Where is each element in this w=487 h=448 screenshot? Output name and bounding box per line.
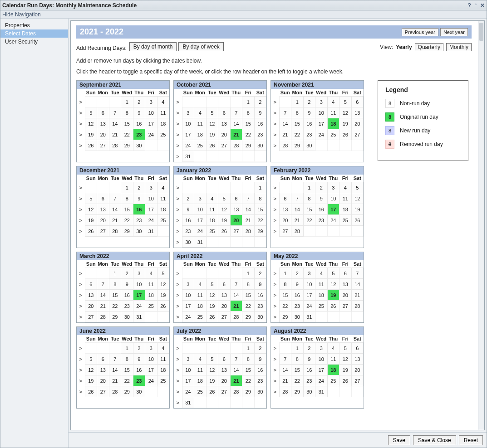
day-cell[interactable]: 9 xyxy=(291,279,304,290)
day-cell[interactable]: 26 xyxy=(351,215,364,226)
day-cell[interactable]: 2 xyxy=(303,343,315,354)
day-cell[interactable]: 28 xyxy=(97,312,109,322)
dow-header-thu[interactable]: Thu xyxy=(327,335,339,343)
day-cell[interactable]: 10 xyxy=(315,107,328,118)
week-row-toggle[interactable]: > xyxy=(174,312,182,322)
day-cell[interactable]: 15 xyxy=(279,290,291,301)
day-cell[interactable]: 19 xyxy=(85,215,97,226)
day-cell[interactable]: 24 xyxy=(315,375,328,386)
week-row-toggle[interactable]: > xyxy=(77,193,85,204)
day-cell[interactable]: 20 xyxy=(97,215,109,226)
day-cell[interactable]: 25 xyxy=(194,140,207,151)
day-cell[interactable]: 21 xyxy=(279,129,291,140)
day-cell[interactable]: 29 xyxy=(254,226,266,237)
day-cell[interactable]: 24 xyxy=(182,312,194,322)
dow-header-sun[interactable]: Sun xyxy=(279,260,291,268)
day-cell[interactable]: 10 xyxy=(315,354,328,365)
day-cell[interactable]: 13 xyxy=(230,204,242,215)
day-cell[interactable]: 9 xyxy=(254,107,266,118)
day-cell[interactable]: 5 xyxy=(206,107,218,118)
week-row-toggle[interactable]: > xyxy=(271,140,279,151)
day-cell[interactable]: 22 xyxy=(242,301,255,312)
day-cell[interactable]: 11 xyxy=(327,354,339,365)
day-cell[interactable]: 19 xyxy=(339,365,352,375)
day-cell[interactable]: 17 xyxy=(315,118,328,129)
day-cell[interactable]: 31 xyxy=(315,386,328,397)
day-cell[interactable]: 4 xyxy=(194,107,207,118)
day-cell[interactable]: 23 xyxy=(133,215,145,226)
dow-header-mon[interactable]: Mon xyxy=(194,260,207,268)
dow-header-tue[interactable]: Tue xyxy=(206,89,218,97)
dow-header-wed[interactable]: Wed xyxy=(218,335,231,343)
day-cell[interactable]: 13 xyxy=(97,204,109,215)
week-row-toggle[interactable]: > xyxy=(174,193,182,204)
day-cell[interactable]: 7 xyxy=(351,268,364,279)
day-cell[interactable]: 22 xyxy=(291,129,304,140)
day-cell[interactable]: 22 xyxy=(291,375,304,386)
week-row-toggle[interactable]: > xyxy=(77,365,85,375)
week-row-toggle[interactable]: > xyxy=(77,226,85,237)
day-cell[interactable]: 12 xyxy=(206,365,218,375)
day-cell[interactable]: 30 xyxy=(254,386,266,397)
week-row-toggle[interactable]: > xyxy=(271,226,279,237)
day-cell[interactable]: 26 xyxy=(327,301,339,312)
day-cell[interactable]: 4 xyxy=(327,343,339,354)
day-cell[interactable]: 5 xyxy=(206,354,218,365)
day-cell[interactable]: 5 xyxy=(85,193,97,204)
day-cell[interactable]: 15 xyxy=(291,365,304,375)
day-cell[interactable]: 6 xyxy=(218,279,231,290)
dow-header-fri[interactable]: Fri xyxy=(145,260,157,268)
day-cell[interactable]: 4 xyxy=(315,268,328,279)
week-row-toggle[interactable]: > xyxy=(77,140,85,151)
day-cell[interactable]: 13 xyxy=(97,118,109,129)
day-cell[interactable]: 9 xyxy=(182,204,194,215)
day-cell[interactable]: 26 xyxy=(85,226,97,237)
day-cell[interactable]: 25 xyxy=(145,301,157,312)
week-row-toggle[interactable]: > xyxy=(271,129,279,140)
day-cell[interactable]: 26 xyxy=(157,301,169,312)
dow-header-thu[interactable]: Thu xyxy=(133,335,145,343)
day-cell[interactable]: 11 xyxy=(157,193,169,204)
day-cell[interactable]: 9 xyxy=(121,279,133,290)
day-cell[interactable]: 3 xyxy=(303,268,315,279)
dow-header-wed[interactable]: Wed xyxy=(218,89,231,97)
day-cell[interactable]: 22 xyxy=(109,301,121,312)
week-row-toggle[interactable]: > xyxy=(271,365,279,375)
day-cell[interactable]: 3 xyxy=(327,182,339,193)
day-cell[interactable]: 16 xyxy=(254,118,266,129)
day-cell[interactable]: 16 xyxy=(303,365,315,375)
day-cell[interactable]: 19 xyxy=(206,375,218,386)
dow-header-wed[interactable]: Wed xyxy=(121,335,133,343)
week-row-toggle[interactable]: > xyxy=(174,140,182,151)
day-cell[interactable]: 17 xyxy=(182,375,194,386)
day-cell[interactable]: 23 xyxy=(254,301,266,312)
dow-header-sun[interactable]: Sun xyxy=(85,335,97,343)
day-cell[interactable]: 29 xyxy=(121,386,133,397)
dow-header-sat[interactable]: Sat xyxy=(351,335,364,343)
day-cell[interactable]: 16 xyxy=(315,204,328,215)
day-cell[interactable]: 13 xyxy=(279,204,291,215)
week-row-toggle[interactable]: > xyxy=(77,290,85,301)
day-cell[interactable]: 20 xyxy=(218,129,231,140)
day-cell[interactable]: 8 xyxy=(242,107,255,118)
day-cell[interactable]: 28 xyxy=(351,301,364,312)
dow-header-wed[interactable]: Wed xyxy=(218,175,231,182)
day-cell[interactable]: 12 xyxy=(351,193,364,204)
day-cell[interactable]: 24 xyxy=(182,386,194,397)
dow-header-sun[interactable]: Sun xyxy=(85,175,97,182)
day-cell[interactable]: 24 xyxy=(327,215,339,226)
day-cell[interactable]: 7 xyxy=(291,193,304,204)
dow-header-mon[interactable]: Mon xyxy=(97,89,109,97)
week-row-toggle[interactable]: > xyxy=(271,290,279,301)
day-cell[interactable]: 19 xyxy=(157,290,169,301)
dow-header-fri[interactable]: Fri xyxy=(339,175,352,182)
day-cell[interactable]: 30 xyxy=(133,386,145,397)
week-row-toggle[interactable]: > xyxy=(174,354,182,365)
day-cell[interactable]: 1 xyxy=(254,182,266,193)
day-cell[interactable]: 13 xyxy=(97,365,109,375)
day-cell[interactable]: 25 xyxy=(206,226,218,237)
day-cell[interactable]: 2 xyxy=(133,182,145,193)
day-cell[interactable]: 2 xyxy=(254,97,266,107)
dow-header-tue[interactable]: Tue xyxy=(109,260,121,268)
day-cell[interactable]: 7 xyxy=(242,193,255,204)
